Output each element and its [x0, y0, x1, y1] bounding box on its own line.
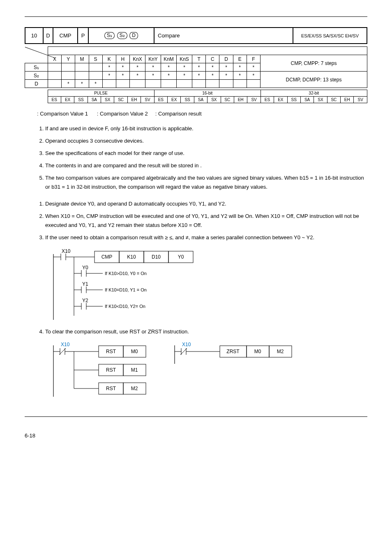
notes-1: CMP, CMPP: 7 steps	[261, 55, 367, 72]
svg-text:If K10>D10, Y0 = On: If K10>D10, Y0 = On	[105, 271, 147, 276]
ladder-diagram-cmp: X10 CMP K10 D10 Y0 Y0 If K10>D10, Y0 = O…	[49, 248, 367, 323]
contact-label: X10	[62, 248, 71, 254]
svg-text:Y0: Y0	[178, 254, 184, 260]
svg-text:M1: M1	[131, 367, 138, 373]
operand-d: D	[129, 32, 138, 39]
svg-text:M2: M2	[131, 386, 138, 391]
svg-text:RST: RST	[106, 349, 116, 354]
svg-text:RST: RST	[106, 367, 116, 373]
pulse-header: PULSE	[48, 90, 154, 97]
api-pflag: P	[78, 28, 88, 44]
ladder-diagram-rst: X10 RST M0 RST M1	[49, 341, 156, 400]
svg-text:X10: X10	[61, 342, 70, 347]
operand-matrix: XYM SKH KnXKnYKnM KnSTC DEF CMP, CMPP: 7…	[25, 46, 367, 88]
explanations-list: If and are used in device F, only 16-bit…	[25, 124, 367, 192]
api-number: 10	[25, 28, 43, 44]
operand-s1: S₁	[104, 32, 115, 39]
example-item: If the user need to obtain a comparison …	[45, 233, 367, 242]
example-item: When X10 = On, CMP instruction will be e…	[45, 212, 367, 230]
svg-text:M2: M2	[277, 349, 284, 354]
example-item: Designate device Y0, and operand D autom…	[45, 199, 367, 208]
pulse-bit-table: PULSE 16-bit 32-bit ESEXSSSA SXSCEHSV ES…	[25, 90, 367, 103]
svg-text:X10: X10	[182, 342, 191, 347]
api-dflag: D	[43, 28, 53, 44]
api-function: Compare	[154, 28, 293, 44]
api-models: ES/EX/SS SA/SX/SC EH/SV	[293, 28, 367, 44]
explanation-item: If and are used in device F, only 16-bit…	[45, 124, 367, 133]
explanation-item: The contents in and are compared and the…	[45, 161, 367, 170]
api-mnemonic: CMP	[53, 28, 78, 44]
example-list: Designate device Y0, and operand D autom…	[25, 199, 367, 242]
svg-text:RST: RST	[106, 386, 116, 391]
ladder-diagram-zrst: X10 ZRST M0 M2	[171, 341, 302, 400]
svg-text:M0: M0	[254, 349, 261, 354]
api-operands: S₁ S₂ D	[88, 28, 154, 44]
svg-text:CMP: CMP	[101, 254, 113, 260]
16bit-header: 16-bit	[154, 90, 261, 97]
explanation-item: Operand occupies 3 consecutive devices.	[45, 136, 367, 146]
svg-text:ZRST: ZRST	[226, 349, 240, 354]
matrix-header-row: XYM SKH KnXKnYKnM KnSTC DEF CMP, CMPP: 7…	[25, 55, 367, 63]
explanation-item: See the specifications of each model for…	[45, 149, 367, 158]
operand-s2: S₂	[117, 32, 127, 39]
matrix-row-s2: S₂ ** *** *** *** DCMP, DCMPP: 13 steps	[25, 72, 367, 80]
svg-text:Y0: Y0	[82, 265, 88, 271]
svg-text:M0: M0	[131, 349, 138, 354]
api-header-table: 10 D CMP P S₁ S₂ D Compare ES/EX/SS SA/S…	[25, 27, 367, 44]
example-list-cont: To clear the comparison result, use RST …	[25, 327, 367, 336]
svg-text:If K10=D10, Y1 = On: If K10=D10, Y1 = On	[105, 287, 147, 292]
svg-text:If K10<D10, Y2= On: If K10<D10, Y2= On	[105, 304, 145, 309]
explanation-item: The two comparison values are compared a…	[45, 173, 367, 192]
svg-text:Y1: Y1	[82, 281, 88, 287]
notes-2: DCMP, DCMPP: 13 steps	[261, 72, 367, 88]
svg-text:Y2: Y2	[82, 298, 88, 303]
svg-text:K10: K10	[127, 254, 136, 260]
svg-text:D10: D10	[152, 254, 161, 260]
example-item: To clear the comparison result, use RST …	[45, 327, 367, 336]
operand-descriptions: : Comparison Value 1 : Comparison Value …	[25, 111, 367, 117]
32bit-header: 32-bit	[261, 90, 367, 97]
page-footer: 6-18	[0, 432, 392, 451]
